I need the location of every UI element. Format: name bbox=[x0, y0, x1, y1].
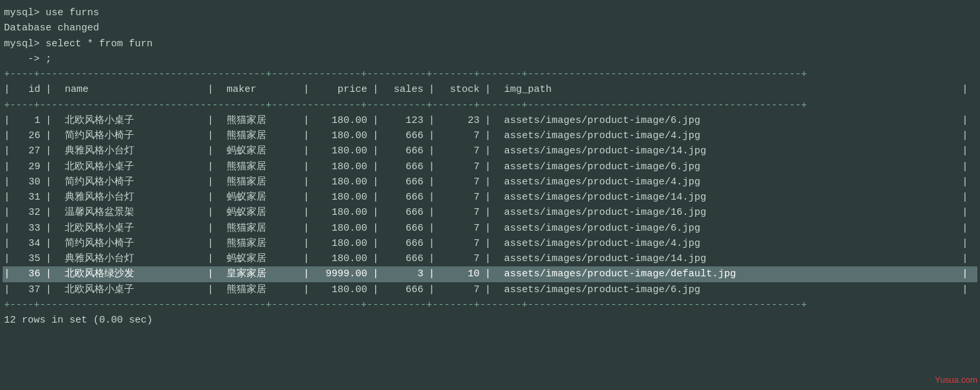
header-price: price bbox=[319, 82, 371, 97]
table-row: | 33 | 北欧风格小桌子 | 熊猫家居 | 180.00 | 666 | 7… bbox=[3, 221, 977, 236]
terminal: mysql> use furns Database changed mysql>… bbox=[0, 0, 980, 333]
header-sales: sales bbox=[388, 82, 428, 97]
table-row: | 27 | 典雅风格小台灯 | 蚂蚁家居 | 180.00 | 666 | 7… bbox=[3, 143, 977, 159]
info-line: Database changed bbox=[3, 20, 977, 36]
table-row: | 1 | 北欧风格小桌子 | 熊猫家居 | 180.00 | 123 | 23… bbox=[3, 113, 977, 128]
row-count: 12 rows in set (0.00 sec) bbox=[3, 313, 977, 328]
result-table: +----+----------------------------------… bbox=[3, 67, 977, 313]
cmd-line-3: -> ; bbox=[3, 52, 977, 67]
separator-header: +----+----------------------------------… bbox=[3, 98, 977, 113]
header-stock: stock bbox=[444, 82, 484, 97]
table-header: | id | name | maker | price | sales | st… bbox=[3, 82, 977, 97]
watermark: Yusua.com bbox=[935, 375, 977, 385]
table-row: | 34 | 简约风格小椅子 | 熊猫家居 | 180.00 | 666 | 7… bbox=[3, 236, 977, 251]
table-row: | 31 | 典雅风格小台灯 | 蚂蚁家居 | 180.00 | 666 | 7… bbox=[3, 190, 977, 205]
separator-bottom: +----+----------------------------------… bbox=[3, 297, 977, 313]
cmd-line-2: mysql> select * from furn bbox=[3, 36, 977, 52]
header-id: id bbox=[19, 82, 44, 97]
separator-top: +----+----------------------------------… bbox=[3, 67, 977, 82]
header-imgpath: img_path bbox=[500, 82, 961, 97]
table-row: | 37 | 北欧风格小桌子 | 熊猫家居 | 180.00 | 666 | 7… bbox=[3, 282, 977, 297]
table-row: | 29 | 北欧风格小桌子 | 熊猫家居 | 180.00 | 666 | 7… bbox=[3, 159, 977, 175]
table-row: | 36 | 北欧风格绿沙发 | 皇家家居 | 9999.00 | 3 | 10… bbox=[3, 266, 977, 282]
table-row: | 30 | 简约风格小椅子 | 熊猫家居 | 180.00 | 666 | 7… bbox=[3, 175, 977, 190]
table-row: | 35 | 典雅风格小台灯 | 蚂蚁家居 | 180.00 | 666 | 7… bbox=[3, 251, 977, 266]
table-row: | 26 | 简约风格小椅子 | 熊猫家居 | 180.00 | 666 | 7… bbox=[3, 128, 977, 143]
table-row: | 32 | 温馨风格盆景架 | 蚂蚁家居 | 180.00 | 666 | 7… bbox=[3, 205, 977, 220]
header-name: name bbox=[61, 82, 206, 97]
cmd-line-1: mysql> use furns bbox=[3, 5, 977, 20]
header-maker: maker bbox=[223, 82, 302, 97]
